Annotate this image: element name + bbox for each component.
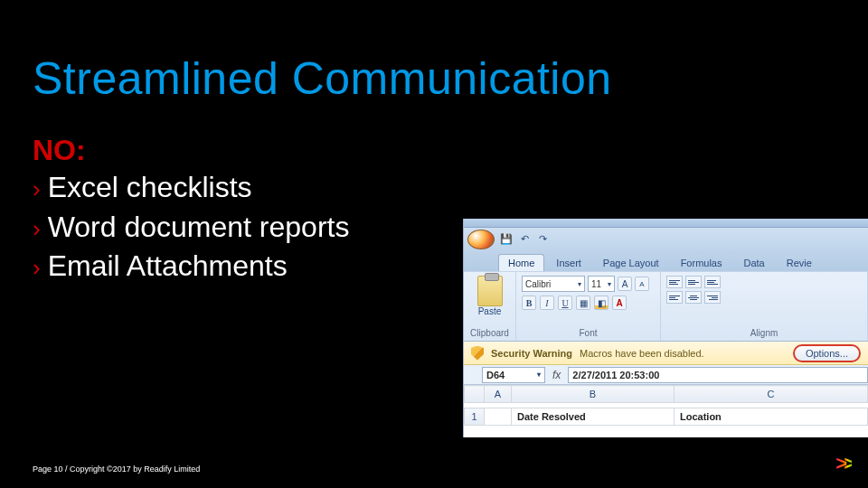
name-box-value: D64: [486, 370, 505, 380]
fx-icon[interactable]: fx: [552, 369, 561, 381]
shrink-font-icon[interactable]: A: [635, 277, 649, 291]
group-label-clipboard: Clipboard: [469, 328, 510, 339]
angle-bracket-icon: ›: [33, 214, 41, 245]
chevron-down-icon: ▾: [537, 371, 541, 379]
ribbon-tabs: Home Insert Page Layout Formulas Data Re…: [464, 251, 868, 271]
font-size-dropdown[interactable]: 11 ▾: [588, 276, 615, 292]
security-warning-title: Security Warning: [491, 348, 572, 359]
italic-button[interactable]: I: [540, 296, 554, 310]
name-box[interactable]: D64 ▾: [482, 367, 545, 383]
angle-bracket-icon: ›: [33, 253, 41, 284]
window-titlebar: [464, 219, 868, 228]
underline-button[interactable]: U: [558, 296, 572, 310]
redo-icon[interactable]: ↷: [536, 233, 549, 246]
bullet-item: › Excel checklists: [33, 169, 458, 207]
group-label-alignment: Alignm: [666, 328, 862, 339]
bullet-text: Email Attachments: [48, 248, 288, 286]
cell[interactable]: Location: [675, 408, 868, 426]
tab-formulas[interactable]: Formulas: [671, 254, 732, 271]
formula-bar-row: D64 ▾ fx 2/27/2011 20:53:00: [464, 365, 868, 385]
quick-access-toolbar: 💾 ↶ ↷: [464, 228, 868, 251]
tab-data[interactable]: Data: [733, 254, 774, 271]
group-font: Calibri ▾ 11 ▾ A A B I U ▦ ◧ A: [516, 272, 661, 341]
security-warning-bar: Security Warning Macros have been disabl…: [464, 342, 868, 365]
tab-page-layout[interactable]: Page Layout: [593, 254, 669, 271]
slide-title: Streamlined Communication: [33, 52, 612, 105]
bullet-item: › Email Attachments: [33, 248, 458, 286]
align-center-icon[interactable]: [685, 291, 702, 304]
paste-icon[interactable]: [477, 276, 503, 306]
col-header-a[interactable]: A: [485, 386, 512, 403]
paste-label: Paste: [469, 306, 510, 316]
row-header[interactable]: 1: [465, 408, 485, 426]
align-top-icon[interactable]: [666, 276, 683, 288]
chevron-down-icon: ▾: [608, 280, 611, 288]
angle-bracket-icon: ›: [33, 174, 41, 205]
tab-insert[interactable]: Insert: [546, 254, 591, 271]
font-size-value: 11: [591, 279, 601, 289]
tab-review[interactable]: Revie: [777, 254, 822, 271]
ribbon: Paste Clipboard Calibri ▾ 11 ▾ A A: [464, 271, 868, 342]
font-name-dropdown[interactable]: Calibri ▾: [522, 276, 585, 292]
font-color-icon[interactable]: A: [612, 296, 627, 310]
options-button[interactable]: Options...: [793, 344, 861, 362]
cell[interactable]: Date Resolved: [512, 408, 675, 426]
fill-color-icon[interactable]: ◧: [594, 296, 609, 310]
col-header-b[interactable]: B: [512, 386, 675, 403]
security-warning-message: Macros have been disabled.: [580, 348, 786, 359]
tab-home[interactable]: Home: [498, 254, 544, 271]
slide-footer: Page 10 / Copyright ©2017 by Readify Lim…: [33, 465, 200, 474]
undo-icon[interactable]: ↶: [518, 233, 531, 246]
align-bottom-icon[interactable]: [704, 276, 721, 288]
align-left-icon[interactable]: [666, 291, 683, 304]
embedded-excel-screenshot: 💾 ↶ ↷ Home Insert Page Layout Formulas D…: [463, 219, 868, 437]
group-clipboard: Paste Clipboard: [464, 272, 516, 341]
office-button-icon[interactable]: [467, 230, 495, 249]
grow-font-icon[interactable]: A: [618, 277, 632, 291]
spreadsheet-grid: A B C 1 Date Resolved Location: [464, 385, 868, 437]
cell[interactable]: [485, 408, 512, 426]
bullet-text: Word document reports: [48, 209, 350, 247]
select-all-corner[interactable]: [465, 386, 485, 403]
shield-icon: [471, 346, 484, 361]
group-alignment: Alignm: [661, 272, 868, 341]
group-label-font: Font: [522, 328, 655, 339]
slide-body: NO: › Excel checklists › Word document r…: [33, 134, 458, 286]
chevron-down-icon: ▾: [578, 280, 581, 288]
align-right-icon[interactable]: [704, 291, 721, 304]
table-row: 1 Date Resolved Location: [465, 408, 868, 426]
bold-button[interactable]: B: [522, 296, 536, 310]
save-icon[interactable]: 💾: [500, 233, 513, 246]
bullet-item: › Word document reports: [33, 209, 458, 247]
border-icon[interactable]: ▦: [576, 296, 590, 310]
bullet-text: Excel checklists: [48, 169, 252, 207]
align-middle-icon[interactable]: [685, 276, 702, 288]
col-header-c[interactable]: C: [675, 386, 868, 403]
formula-bar[interactable]: 2/27/2011 20:53:00: [568, 367, 868, 383]
readify-logo-icon: >>: [835, 452, 852, 475]
font-name-value: Calibri: [525, 279, 551, 289]
column-header-row: A B C: [465, 386, 868, 403]
no-label: NO:: [33, 134, 458, 167]
